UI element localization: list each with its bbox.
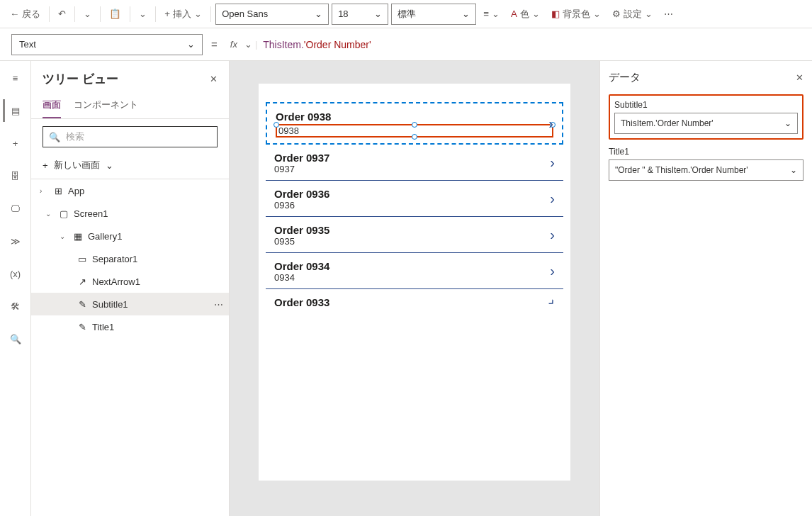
field-subtitle1-select[interactable]: ThisItem.'Order Number' ⌄ [614,113,798,134]
plus-icon: + [43,160,48,171]
tree-node-gallery1[interactable]: ⌄ ▦ Gallery1 [31,225,229,247]
undo-icon: ↶ [58,9,66,19]
media-rail-button[interactable]: 🖵 [4,197,27,220]
settings-label: 設定 [624,8,642,21]
field-subtitle1: Subtitle1 ThisItem.'Order Number' ⌄ [609,94,803,140]
chevron-down-icon: ⌄ [106,160,113,171]
hamburger-icon: ≡ [13,73,18,84]
chevron-down-icon[interactable]: ⌄ [242,39,255,50]
more-button[interactable]: ⋯ [660,3,677,26]
caret-down-icon: ⌄ [45,210,54,218]
resize-handle[interactable] [412,122,417,128]
gallery-item[interactable]: Order 0937 0937 › [266,145,563,181]
search-icon: 🔍 [49,132,60,142]
node-label: Title1 [92,322,114,332]
chevron-right-icon[interactable]: › [550,263,555,279]
align-icon: ≡ [483,9,489,19]
chevron-down-icon: ⌄ [645,9,653,19]
data-rail-button[interactable]: 🗄 [4,164,27,187]
gallery: Order 0938 0938 › Order 0937 0937 › [266,102,563,314]
tree-node-separator1[interactable]: ▭ Separator1 [31,247,229,270]
tree-node-title1[interactable]: ✎ Title1 [31,315,229,338]
undo-button[interactable]: ↶ [54,3,70,26]
gear-icon: ⚙ [612,9,621,19]
chevron-right-icon[interactable]: › [550,155,555,171]
paste-button[interactable]: 📋 [105,3,125,26]
formula-string: 'Order Number' [304,39,371,50]
formula-input-wrap: fx ⌄ | ThisItem.'Order Number' [226,34,801,55]
gallery-item[interactable]: Order 0933 › [266,289,563,314]
fontweight-select[interactable]: 標準 ⌄ [391,4,476,25]
insert-button[interactable]: + 挿入 ⌄ [160,3,206,26]
chevron-down-icon: ⌄ [462,9,470,19]
separator [155,6,156,22]
property-value: Text [19,39,36,50]
separator [74,6,75,22]
property-select[interactable]: Text ⌄ [11,34,203,55]
fontsize-value: 18 [338,9,348,19]
media-icon: 🖵 [11,203,20,214]
insert-label: 挿入 [173,8,191,21]
node-label: Gallery1 [88,231,122,242]
left-rail: ≡ ▤ + 🗄 🖵 ≫ (x) 🛠 🔍 [0,61,31,516]
label-icon: ✎ [77,298,88,310]
back-label: 戻る [22,8,40,21]
close-icon[interactable]: ✕ [796,72,803,83]
align-button[interactable]: ≡⌄ [479,3,504,26]
undo-dropdown[interactable] [79,3,96,26]
chevron-down-icon: ⌄ [790,165,797,175]
tree-node-app[interactable]: › ⊞ App [31,179,229,202]
gallery-item[interactable]: Order 0936 0936 › [266,181,563,217]
search-placeholder: 検索 [66,130,84,143]
gallery-item[interactable]: Order 0938 0938 › [266,102,563,145]
bgcolor-button[interactable]: ◧ 背景色 ⌄ [547,3,605,26]
variables-rail-button[interactable]: (x) [4,262,27,285]
back-button[interactable]: ← 戻る [6,3,45,26]
settings-button[interactable]: ⚙ 設定 ⌄ [608,3,657,26]
canvas-screen[interactable]: Order 0938 0938 › Order 0937 0937 › [259,84,570,481]
treeview-button[interactable]: ▤ [3,99,26,122]
chevron-down-icon: ⌄ [374,9,382,19]
fontcolor-button[interactable]: A 色 ⌄ [507,3,544,26]
chevron-right-icon[interactable]: › [550,227,555,243]
chevron-down-icon: ⌄ [532,9,540,19]
paste-dropdown[interactable] [135,3,151,26]
field-label: Title1 [609,147,803,157]
tools-rail-button[interactable]: 🛠 [4,295,27,318]
app-icon: ⊞ [52,185,64,196]
font-select[interactable]: Open Sans ⌄ [215,4,329,25]
tab-screens[interactable]: 画面 [43,93,61,118]
chevron-right-icon[interactable]: › [550,191,555,207]
caret-down-icon: ⌄ [60,232,68,240]
new-screen-button[interactable]: + 新しい画面 ⌄ [31,155,229,179]
gallery-item[interactable]: Order 0934 0934 › [266,253,563,289]
tree-node-nextarrow1[interactable]: ↗ NextArrow1 [31,270,229,293]
gallery-item[interactable]: Order 0935 0935 › [266,217,563,253]
more-icon[interactable]: ⋯ [214,299,223,310]
flows-rail-button[interactable]: ≫ [4,230,27,252]
search-rail-button[interactable]: 🔍 [4,327,27,350]
label-icon: ✎ [77,321,88,332]
tree-search[interactable]: 🔍 検索 [43,126,218,147]
fontcolor-label: 色 [520,8,529,21]
plus-icon: + [164,9,170,19]
new-screen-label: 新しい画面 [54,159,100,172]
close-icon[interactable]: ✕ [210,74,218,84]
tab-components[interactable]: コンポーネント [74,93,138,118]
resize-handle[interactable] [274,122,279,128]
insert-rail-button[interactable]: + [4,132,27,155]
field-title1-select[interactable]: "Order " & ThisItem.'Order Number' ⌄ [609,159,803,181]
formula-input[interactable]: ThisItem.'Order Number' [257,39,376,50]
tree-node-subtitle1[interactable]: ✎ Subtitle1 ⋯ [31,293,229,315]
separator [130,6,130,22]
resize-handle[interactable] [412,134,417,140]
chevron-right-icon[interactable]: › [548,116,553,132]
tree-node-screen1[interactable]: ⌄ ▢ Screen1 [31,202,229,225]
item-title: Order 0935 [274,224,555,236]
font-value: Open Sans [222,9,268,19]
hamburger-button[interactable]: ≡ [4,67,27,89]
fontcolor-icon: A [511,9,517,19]
treeview-panel: ツリー ビュー ✕ 画面 コンポーネント 🔍 検索 + 新しい画面 ⌄ › ⊞ … [31,61,230,516]
fontsize-select[interactable]: 18 ⌄ [332,4,388,25]
node-label: NextArrow1 [92,276,140,287]
